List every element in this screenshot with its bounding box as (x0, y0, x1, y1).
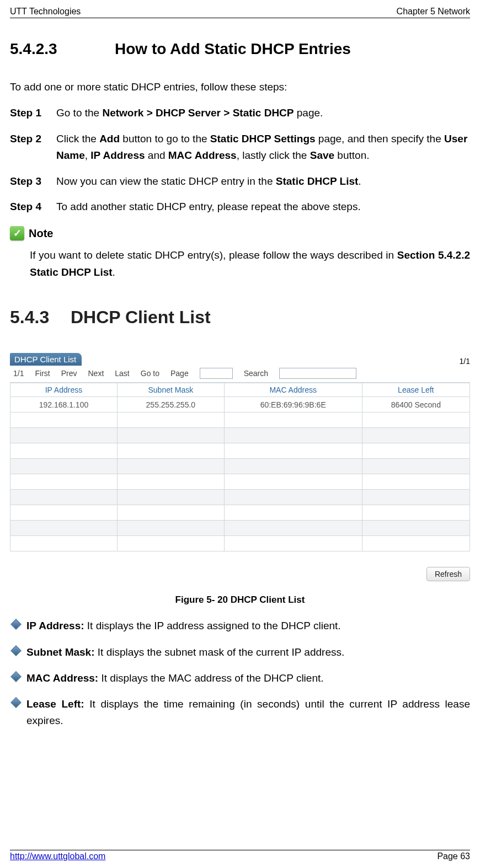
table-cell (10, 521, 118, 536)
table-cell (224, 428, 362, 443)
col-header: Subnet Mask (117, 383, 224, 397)
table-cell (224, 443, 362, 459)
table-cell (362, 521, 470, 536)
table-row (10, 459, 470, 474)
step-label: Step 1 (10, 105, 56, 121)
note-header: ✓ Note (10, 226, 470, 240)
section-title: How to Add Static DHCP Entries (115, 40, 351, 58)
panel-title: DHCP Client List (10, 353, 82, 366)
pager-page-label: Page (170, 369, 189, 378)
section2-heading: 5.4.3 DHCP Client List (10, 307, 470, 328)
page-indicator-top: 1/1 (460, 357, 470, 366)
header-right: Chapter 5 Network (397, 7, 470, 17)
step-label: Step 3 (10, 173, 56, 190)
table-row (10, 412, 470, 428)
header-left: UTT Technologies (10, 7, 81, 17)
col-header: IP Address (10, 383, 118, 397)
step-body: Now you can view the static DHCP entry i… (56, 173, 470, 190)
table-row (10, 443, 470, 459)
table-cell (224, 490, 362, 505)
section-number: 5.4.2.3 (10, 40, 115, 58)
pager-last[interactable]: Last (115, 369, 129, 378)
table-cell (117, 536, 224, 551)
bullet-text: Lease Left: It displays the time remaini… (26, 696, 470, 728)
bullet-item: IP Address: It displays the IP address a… (10, 618, 470, 634)
table-cell (10, 412, 118, 428)
section2-title: DHCP Client List (71, 307, 211, 328)
table-cell (362, 536, 470, 551)
table-cell (10, 474, 118, 490)
pager-page-input[interactable] (200, 368, 233, 379)
check-icon: ✓ (10, 226, 24, 240)
diamond-icon (10, 671, 22, 682)
pager-search-label: Search (244, 369, 268, 378)
table-cell (224, 505, 362, 521)
dhcp-table: IP AddressSubnet MaskMAC AddressLease Le… (10, 383, 470, 551)
bullet-text: Subnet Mask: It displays the subnet mask… (26, 644, 470, 660)
bullet-item: Lease Left: It displays the time remaini… (10, 696, 470, 728)
col-header: Lease Left (362, 383, 470, 397)
table-cell (10, 505, 118, 521)
table-cell (224, 474, 362, 490)
table-cell (10, 536, 118, 551)
table-cell: 60:EB:69:96:9B:6E (224, 397, 362, 412)
step-1: Step 1Go to the Network > DHCP Server > … (10, 105, 470, 121)
table-cell (10, 490, 118, 505)
pager-search-input[interactable] (279, 368, 356, 379)
table-cell (362, 490, 470, 505)
table-cell: 255.255.255.0 (117, 397, 224, 412)
table-cell (117, 428, 224, 443)
table-cell (10, 428, 118, 443)
pager-first[interactable]: First (35, 369, 50, 378)
pager-row: 1/1 First Prev Next Last Go to Page Sear… (10, 366, 470, 383)
table-cell (10, 443, 118, 459)
dhcp-client-list-figure: DHCP Client List 1/1 1/1 First Prev Next… (10, 353, 470, 581)
table-cell (362, 459, 470, 474)
page-header: UTT Technologies Chapter 5 Network (10, 7, 470, 18)
step-4: Step 4To add another static DHCP entry, … (10, 199, 470, 215)
table-cell (10, 459, 118, 474)
step-body: Click the Add button to go to the Static… (56, 131, 470, 164)
note-body: If you want to delete static DHCP entry(… (10, 247, 470, 281)
diamond-icon (10, 698, 22, 709)
table-row (10, 521, 470, 536)
step-label: Step 4 (10, 199, 56, 215)
table-cell (117, 474, 224, 490)
step-label: Step 2 (10, 131, 56, 164)
table-row (10, 490, 470, 505)
table-cell (117, 505, 224, 521)
table-row: 192.168.1.100255.255.255.060:EB:69:96:9B… (10, 397, 470, 412)
table-cell (117, 521, 224, 536)
bullet-text: IP Address: It displays the IP address a… (26, 618, 470, 634)
pager-next[interactable]: Next (88, 369, 104, 378)
step-body: Go to the Network > DHCP Server > Static… (56, 105, 470, 121)
table-row (10, 428, 470, 443)
col-header: MAC Address (224, 383, 362, 397)
table-cell (224, 521, 362, 536)
footer-url[interactable]: http://www.uttglobal.com (10, 851, 105, 861)
pager-prev[interactable]: Prev (61, 369, 77, 378)
table-cell (224, 459, 362, 474)
table-cell: 192.168.1.100 (10, 397, 118, 412)
table-cell (117, 443, 224, 459)
bullet-text: MAC Address: It displays the MAC address… (26, 670, 470, 686)
refresh-button[interactable]: Refresh (426, 567, 470, 581)
bullet-item: MAC Address: It displays the MAC address… (10, 670, 470, 686)
pager-goto-label: Go to (141, 369, 159, 378)
bullet-item: Subnet Mask: It displays the subnet mask… (10, 644, 470, 660)
section2-number: 5.4.3 (10, 307, 71, 328)
step-3: Step 3Now you can view the static DHCP e… (10, 173, 470, 190)
diamond-icon (10, 645, 22, 656)
table-cell (362, 443, 470, 459)
step-body: To add another static DHCP entry, please… (56, 199, 470, 215)
diamond-icon (10, 619, 22, 630)
step-2: Step 2Click the Add button to go to the … (10, 131, 470, 164)
table-cell (117, 459, 224, 474)
pager-position: 1/1 (13, 369, 24, 378)
table-row (10, 474, 470, 490)
section-heading: 5.4.2.3 How to Add Static DHCP Entries (10, 40, 470, 58)
page-footer: http://www.uttglobal.com Page 63 (10, 850, 470, 861)
table-cell: 86400 Second (362, 397, 470, 412)
table-cell (362, 412, 470, 428)
table-cell (224, 412, 362, 428)
